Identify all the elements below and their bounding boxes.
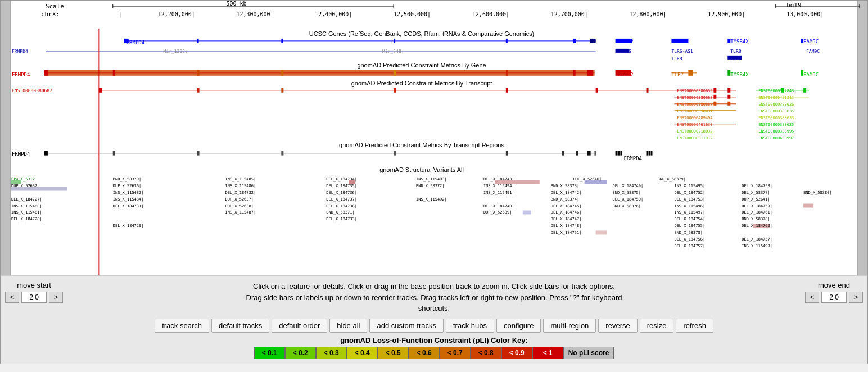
track-search-button[interactable]: track search bbox=[155, 319, 209, 333]
svg-text:DEL_X_184732|: DEL_X_184732| bbox=[225, 190, 256, 195]
svg-text:Scale: Scale bbox=[46, 3, 64, 10]
svg-rect-92 bbox=[596, 88, 598, 93]
default-tracks-button[interactable]: default tracks bbox=[211, 319, 269, 333]
svg-text:BND_X_58372|: BND_X_58372| bbox=[416, 184, 444, 188]
svg-rect-97 bbox=[727, 88, 730, 93]
svg-text:BND_X_58380|: BND_X_58380| bbox=[803, 190, 831, 195]
svg-text:DEL_X_184742|: DEL_X_184742| bbox=[551, 190, 582, 195]
move-end-input[interactable] bbox=[821, 292, 847, 303]
svg-rect-100 bbox=[781, 88, 784, 93]
svg-text:ENST00000380635: ENST00000380635 bbox=[758, 109, 794, 114]
svg-rect-227 bbox=[596, 230, 607, 234]
svg-rect-134 bbox=[11, 149, 857, 166]
svg-text:INS_X_115486|: INS_X_115486| bbox=[225, 184, 256, 188]
svg-rect-145 bbox=[587, 151, 591, 156]
svg-text:13,000,000|: 13,000,000| bbox=[786, 11, 824, 18]
track-hubs-button[interactable]: track hubs bbox=[446, 319, 494, 333]
svg-text:DEL_X_184748|: DEL_X_184748| bbox=[551, 224, 582, 228]
svg-text:gnomAD Structural Variants All: gnomAD Structural Variants All bbox=[379, 166, 464, 173]
svg-rect-31 bbox=[197, 39, 199, 43]
svg-text:DEL_X_184750|: DEL_X_184750| bbox=[613, 197, 644, 202]
move-start-label: move start bbox=[17, 281, 51, 289]
svg-text:ENST00000451311: ENST00000451311 bbox=[758, 96, 794, 100]
resize-button[interactable]: resize bbox=[640, 319, 674, 333]
svg-text:INS_X_115485|: INS_X_115485| bbox=[225, 177, 256, 182]
color-key-box: < 0.7 bbox=[440, 347, 471, 359]
svg-rect-87 bbox=[99, 88, 102, 93]
move-end-right-button[interactable]: > bbox=[849, 292, 863, 303]
info-text: Click on a feature for details. Click or… bbox=[69, 281, 799, 314]
svg-text:FAM9C: FAM9C bbox=[803, 39, 819, 44]
svg-rect-212 bbox=[523, 211, 531, 215]
default-order-button[interactable]: default order bbox=[272, 319, 327, 333]
svg-text:INS_X_115499|: INS_X_115499| bbox=[742, 244, 772, 248]
svg-text:BND_X_58375|: BND_X_58375| bbox=[613, 190, 641, 195]
svg-rect-1 bbox=[1, 1, 11, 275]
move-start-left-button[interactable]: < bbox=[5, 292, 19, 303]
svg-text:BND_X_58378|: BND_X_58378| bbox=[674, 230, 702, 235]
svg-text:gnomAD Predicted Constraint Me: gnomAD Predicted Constraint Metrics By G… bbox=[357, 62, 486, 69]
color-key-area: gnomAD Loss-of-Function Constraint (pLI)… bbox=[5, 336, 863, 359]
svg-text:FAM9C: FAM9C bbox=[806, 49, 820, 54]
svg-text:12,300,000|: 12,300,000| bbox=[236, 11, 273, 18]
color-key-box: < 0.1 bbox=[254, 347, 285, 359]
svg-text:DEL_X_184757|: DEL_X_184757| bbox=[742, 237, 772, 242]
svg-rect-152 bbox=[649, 151, 650, 156]
svg-text:ENST00000398491: ENST00000398491 bbox=[677, 109, 712, 114]
svg-rect-139 bbox=[197, 151, 200, 156]
reverse-button[interactable]: reverse bbox=[598, 319, 637, 333]
svg-text:12,400,000|: 12,400,000| bbox=[315, 11, 352, 18]
svg-text:INS_X_115480|: INS_X_115480| bbox=[11, 204, 42, 208]
svg-rect-141 bbox=[394, 151, 396, 156]
svg-text:FRMPD4: FRMPD4 bbox=[12, 49, 28, 54]
svg-rect-170 bbox=[11, 187, 67, 191]
svg-text:12,700,000|: 12,700,000| bbox=[551, 11, 588, 18]
svg-text:TLR7: TLR7 bbox=[671, 72, 684, 78]
add-custom-tracks-button[interactable]: add custom tracks bbox=[369, 319, 444, 333]
svg-rect-140 bbox=[281, 151, 283, 156]
svg-text:INS_X_115481|: INS_X_115481| bbox=[11, 211, 42, 215]
svg-text:12,600,000|: 12,600,000| bbox=[472, 11, 509, 18]
move-end-left-button[interactable]: < bbox=[805, 292, 819, 303]
hide-all-button[interactable]: hide all bbox=[329, 319, 367, 333]
info-line3: shortcuts. bbox=[418, 304, 450, 312]
svg-text:DEL_X_184759|: DEL_X_184759| bbox=[742, 204, 772, 208]
svg-rect-207 bbox=[803, 204, 813, 208]
svg-rect-137 bbox=[44, 151, 48, 156]
refresh-button[interactable]: refresh bbox=[676, 319, 713, 333]
svg-text:DEL_X_184762|: DEL_X_184762| bbox=[742, 224, 772, 228]
multi-region-button[interactable]: multi-region bbox=[543, 319, 596, 333]
svg-text:BND_X_58373|: BND_X_58373| bbox=[551, 184, 579, 188]
svg-text:FAM9C: FAM9C bbox=[803, 72, 819, 78]
svg-rect-138 bbox=[113, 151, 115, 156]
color-key-box: < 0.3 bbox=[316, 347, 347, 359]
svg-rect-129 bbox=[11, 134, 857, 141]
svg-rect-42 bbox=[727, 39, 730, 43]
svg-rect-67 bbox=[197, 70, 200, 76]
svg-text:12,200,000|: 12,200,000| bbox=[158, 11, 195, 18]
svg-rect-35 bbox=[573, 39, 576, 43]
move-start-input[interactable] bbox=[21, 292, 47, 303]
svg-text:DEL_X_184749|: DEL_X_184749| bbox=[613, 184, 644, 188]
svg-text:DEL_X_184745|: DEL_X_184745| bbox=[551, 204, 582, 208]
svg-rect-32 bbox=[281, 39, 283, 43]
svg-text:FRMPD4: FRMPD4 bbox=[12, 72, 30, 78]
svg-rect-96 bbox=[713, 88, 716, 93]
svg-rect-113 bbox=[727, 102, 730, 106]
track-area[interactable]: Scale chrX: 500 kb hg19 | 12,200,000| 12… bbox=[1, 1, 867, 276]
color-key-box: No pLI score bbox=[563, 347, 614, 359]
configure-button[interactable]: configure bbox=[496, 319, 541, 333]
svg-rect-90 bbox=[394, 88, 396, 93]
svg-text:12,800,000|: 12,800,000| bbox=[630, 11, 667, 18]
svg-rect-106 bbox=[727, 95, 730, 99]
svg-rect-112 bbox=[713, 102, 716, 106]
svg-rect-93 bbox=[647, 88, 649, 93]
svg-text:TLR6-AS1: TLR6-AS1 bbox=[671, 49, 693, 54]
svg-rect-147 bbox=[616, 151, 618, 156]
svg-text:TMSB4X: TMSB4X bbox=[730, 72, 749, 78]
svg-text:INS_X_115496|: INS_X_115496| bbox=[674, 204, 705, 208]
svg-rect-70 bbox=[506, 70, 508, 76]
move-start-right-button[interactable]: > bbox=[49, 292, 63, 303]
svg-rect-167 bbox=[585, 180, 607, 184]
svg-rect-68 bbox=[281, 70, 283, 76]
